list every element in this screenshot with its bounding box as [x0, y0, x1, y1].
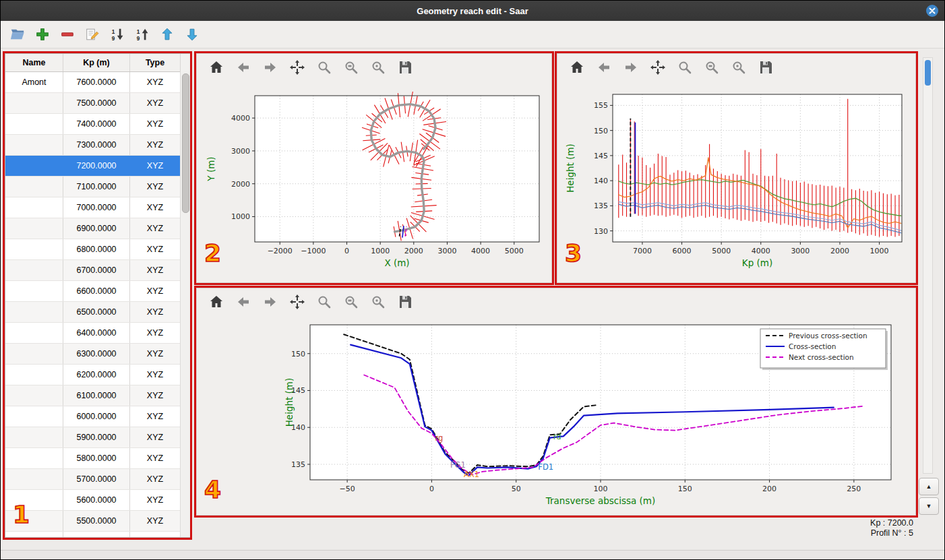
configure-icon[interactable]: [369, 293, 387, 311]
svg-text:−50: −50: [340, 485, 355, 493]
table-row[interactable]: 6200.0000XYZ: [5, 365, 191, 385]
row-kp: 5600.0000: [63, 490, 130, 510]
row-type: XYZ: [130, 93, 181, 113]
pan-icon[interactable]: [288, 59, 306, 76]
cross-section-plot[interactable]: rgrdFD1AX1FG1Previous cross-sectionCross…: [198, 315, 914, 514]
zoom-rect-icon[interactable]: [342, 293, 360, 311]
row-kp: 5500.0000: [63, 511, 130, 531]
zoom-rect-icon[interactable]: [342, 59, 360, 76]
row-type: XYZ: [130, 385, 181, 406]
table-row[interactable]: 7500.0000XYZ: [5, 93, 191, 114]
row-type: XYZ: [130, 177, 181, 197]
pan-icon[interactable]: [288, 293, 306, 311]
back-icon[interactable]: [235, 293, 252, 311]
vertical-scrollbar-thumb[interactable]: [925, 60, 931, 86]
table-row[interactable]: 6700.0000XYZ: [5, 260, 191, 281]
svg-text:Transverse abscissa (m): Transverse abscissa (m): [545, 495, 656, 506]
table-row[interactable]: 5400.0000XYZ: [5, 532, 191, 538]
table-row[interactable]: Amont7600.0000XYZ: [5, 72, 191, 93]
table-row[interactable]: 6500.0000XYZ: [5, 302, 191, 323]
app-toolbar: 1919: [1, 21, 944, 49]
table-row[interactable]: 5800.0000XYZ: [5, 448, 191, 469]
table-header: NameKp (m)Type: [5, 54, 191, 72]
table-body: Amont7600.0000XYZ7500.0000XYZ7400.0000XY…: [5, 72, 191, 538]
row-type: XYZ: [130, 427, 181, 447]
zoom-icon[interactable]: [676, 59, 694, 76]
sort-descending-icon[interactable]: 19: [109, 26, 126, 43]
save-icon[interactable]: [757, 59, 774, 76]
table-header-name: Name: [5, 54, 63, 71]
home-icon[interactable]: [568, 59, 586, 76]
zoom-rect-icon[interactable]: [703, 59, 721, 76]
table-row[interactable]: 7000.0000XYZ: [5, 197, 191, 218]
add-row-icon[interactable]: [34, 26, 51, 43]
zoom-icon[interactable]: [315, 293, 333, 311]
table-row[interactable]: 5900.0000XYZ: [5, 427, 191, 448]
save-icon[interactable]: [396, 59, 414, 76]
plan-view-plot[interactable]: −2000−1000010002000300040005000100020003…: [198, 81, 550, 281]
app-window: Geometry reach edit - Saar 1919 NameKp (…: [0, 0, 945, 560]
svg-text:5000: 5000: [712, 247, 731, 255]
home-icon[interactable]: [208, 293, 225, 311]
home-icon[interactable]: [208, 59, 225, 76]
svg-text:1: 1: [137, 29, 140, 35]
svg-text:1000: 1000: [371, 247, 390, 255]
edit-geometry-icon[interactable]: [84, 26, 101, 43]
row-kp: 6800.0000: [63, 239, 130, 259]
close-button[interactable]: [925, 4, 939, 18]
svg-text:2000: 2000: [231, 180, 250, 189]
row-name: [5, 344, 63, 364]
table-row[interactable]: 5700.0000XYZ: [5, 469, 191, 490]
forward-icon[interactable]: [622, 59, 640, 76]
profile-up-button[interactable]: ▲: [919, 478, 939, 495]
zoom-icon[interactable]: [315, 59, 333, 76]
forward-icon[interactable]: [262, 293, 279, 311]
table-row[interactable]: 6800.0000XYZ: [5, 239, 191, 260]
row-kp: 7600.0000: [63, 72, 130, 92]
row-name: [5, 532, 63, 538]
table-row[interactable]: 6000.0000XYZ: [5, 406, 191, 427]
cross-section-panel: rgrdFD1AX1FG1Previous cross-sectionCross…: [196, 288, 916, 516]
row-name: [5, 218, 63, 239]
back-icon[interactable]: [235, 59, 252, 76]
table-row[interactable]: 5500.0000XYZ: [5, 511, 191, 532]
table-row[interactable]: 7200.0000XYZ: [5, 156, 191, 177]
longitudinal-profile-plot[interactable]: 7000600050004000300020001000130135140145…: [559, 81, 914, 281]
move-up-icon[interactable]: [158, 26, 176, 43]
row-name: [5, 135, 63, 155]
open-file-icon[interactable]: [9, 26, 26, 43]
remove-row-icon[interactable]: [59, 26, 76, 43]
configure-icon[interactable]: [730, 59, 748, 76]
svg-text:rg: rg: [435, 433, 443, 443]
table-row[interactable]: 5600.0000XYZ: [5, 490, 191, 511]
sort-ascending-icon[interactable]: 19: [133, 26, 151, 43]
vertical-scrollbar[interactable]: [923, 57, 933, 474]
profile-down-button[interactable]: ▼: [919, 497, 939, 515]
row-kp: 6700.0000: [63, 260, 130, 280]
back-icon[interactable]: [595, 59, 613, 76]
table-row[interactable]: 6600.0000XYZ: [5, 281, 191, 302]
table-row[interactable]: 6300.0000XYZ: [5, 344, 191, 365]
row-name: [5, 156, 63, 176]
table-scrollbar-thumb[interactable]: [182, 73, 189, 213]
row-type: XYZ: [130, 260, 181, 280]
table-row[interactable]: 7400.0000XYZ: [5, 114, 191, 135]
row-name: [5, 260, 63, 280]
table-row[interactable]: 7300.0000XYZ: [5, 135, 191, 156]
row-kp: 6300.0000: [63, 344, 130, 364]
table-row[interactable]: 6100.0000XYZ: [5, 385, 191, 406]
row-type: XYZ: [130, 114, 181, 134]
move-down-icon[interactable]: [183, 26, 201, 43]
pan-icon[interactable]: [649, 59, 667, 76]
configure-icon[interactable]: [369, 59, 387, 76]
table-row[interactable]: 6900.0000XYZ: [5, 218, 191, 239]
save-icon[interactable]: [396, 293, 414, 311]
svg-text:Previous cross-section: Previous cross-section: [789, 332, 867, 340]
row-kp: 7300.0000: [63, 135, 130, 155]
table-row[interactable]: 6400.0000XYZ: [5, 323, 191, 344]
table-row[interactable]: 7100.0000XYZ: [5, 177, 191, 197]
row-name: [5, 302, 63, 322]
forward-icon[interactable]: [262, 59, 279, 76]
bottom-bar: [1, 550, 944, 559]
table-scrollbar[interactable]: [180, 71, 191, 537]
